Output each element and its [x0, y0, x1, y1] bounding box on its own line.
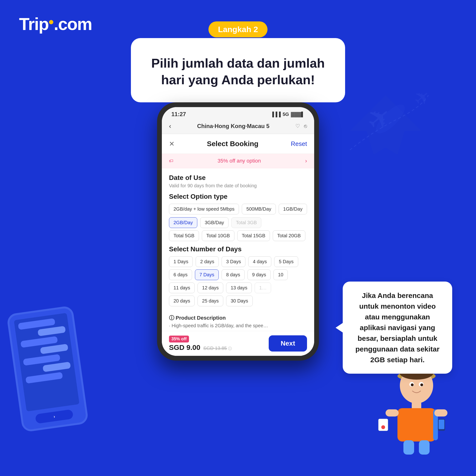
svg-rect-14	[386, 409, 399, 416]
day-btn-4[interactable]: 4 days	[248, 256, 271, 267]
day-btn-25[interactable]: 25 days	[198, 296, 223, 306]
days-grid-4: 20 days 25 days 30 Days	[169, 296, 307, 306]
discount-badge: 35% off	[169, 336, 189, 342]
svg-rect-17	[419, 440, 430, 455]
left-phone-button[interactable]: ›	[35, 409, 73, 424]
network-type: 5G	[283, 112, 289, 117]
nav-title: China·Hong Kong·Macau 5	[197, 123, 270, 130]
svg-point-0	[372, 101, 409, 137]
days-grid-3: 11 days 12 days 13 days 1…	[169, 283, 307, 293]
svg-rect-11	[412, 402, 421, 409]
logo-text: Trip	[19, 14, 49, 34]
hero-card-title: Pilih jumlah data dan jumlah hari yang A…	[150, 55, 326, 88]
svg-rect-12	[397, 408, 436, 442]
option-btn-2gb[interactable]: 2GB/Day	[169, 217, 197, 228]
chat-bubble	[40, 344, 68, 354]
product-desc-section: ⓘ Product Description · High-speed traff…	[162, 314, 314, 331]
modal-reset-button[interactable]: Reset	[291, 140, 307, 148]
day-btn-10[interactable]: 10	[273, 270, 288, 280]
days-grid-2: 6 days 7 Days 8 days 9 days 10	[169, 270, 307, 280]
status-time: 11:27	[171, 111, 186, 118]
speech-bubble: Jika Anda berencana untuk menonton video…	[343, 282, 452, 374]
chat-bubble	[42, 362, 71, 372]
price-main: SGD 9.00	[169, 343, 200, 351]
price-info-icon: ⓘ	[228, 346, 232, 351]
svg-point-9	[411, 383, 414, 386]
option-btn-total3gb: Total 3GB	[231, 217, 261, 228]
svg-point-21	[381, 425, 385, 429]
day-btn-30[interactable]: 30 Days	[226, 296, 253, 306]
select-days-section: Select Number of Days 1 Days 2 days 3 Da…	[169, 245, 307, 306]
day-btn-14[interactable]: 1…	[255, 283, 271, 293]
bottom-bar: 35% off SGD 9.00 SGD 13.85 ⓘ Next	[162, 331, 314, 356]
option-btn-2gb-low[interactable]: 2GB/day + low speed 5Mbps	[169, 204, 239, 214]
phone-mockup: 11:27 ▐▐▐ 5G ▓▓▓▌ ‹ China·Hong Kong·Maca…	[157, 102, 319, 360]
status-icons: ▐▐▐ 5G ▓▓▓▌	[271, 112, 305, 117]
option-btn-3gb[interactable]: 3GB/Day	[200, 217, 228, 228]
option-btn-1gb[interactable]: 1GB/Day	[279, 204, 307, 214]
date-of-use-title: Date of Use	[169, 174, 307, 182]
phone-outer: 11:27 ▐▐▐ 5G ▓▓▓▌ ‹ China·Hong Kong·Maca…	[157, 102, 319, 360]
speech-bubble-text: Jika Anda berencana untuk menonton video…	[355, 291, 439, 364]
option-type-title: Select Option type	[169, 193, 307, 200]
day-btn-13[interactable]: 13 days	[226, 283, 252, 293]
svg-rect-15	[434, 409, 447, 416]
share-icon[interactable]: ⎋	[304, 123, 307, 129]
battery-icon: ▓▓▓▌	[291, 112, 305, 117]
option-type-grid-2: Total 5GB Total 10GB Total 15GB Total 20…	[169, 230, 307, 241]
day-btn-9[interactable]: 9 days	[248, 270, 271, 280]
svg-text:✈: ✈	[360, 99, 399, 138]
svg-point-10	[420, 383, 423, 386]
day-btn-20[interactable]: 20 days	[169, 296, 195, 306]
day-btn-2[interactable]: 2 days	[196, 256, 219, 267]
option-type-grid: 2GB/day + low speed 5Mbps 500MB/Day 1GB/…	[169, 204, 307, 228]
promo-tag-icon: 🏷	[169, 158, 173, 164]
left-decorative-phone: ›	[6, 305, 89, 432]
promo-arrow: ›	[305, 157, 307, 164]
price-section: 35% off SGD 9.00 SGD 13.85 ⓘ	[169, 336, 232, 352]
day-btn-5[interactable]: 5 Days	[274, 256, 298, 267]
heart-icon[interactable]: ♡	[295, 123, 300, 129]
day-btn-1[interactable]: 1 Days	[169, 256, 193, 267]
svg-rect-16	[403, 440, 414, 455]
promo-text: 35% off any option	[218, 158, 261, 164]
option-btn-500mb[interactable]: 500MB/Day	[242, 204, 276, 214]
date-of-use-subtitle: Valid for 90 days from the date of booki…	[169, 183, 307, 188]
logo: Trip .com	[19, 14, 92, 34]
logo-dot	[49, 20, 53, 24]
svg-text:✈: ✈	[409, 85, 433, 111]
step-badge: Langkah 2	[208, 21, 268, 37]
svg-rect-19	[439, 420, 444, 429]
signal-icon: ▐▐▐	[271, 112, 281, 117]
hero-card: Pilih jumlah data dan jumlah hari yang A…	[131, 38, 345, 102]
status-bar: 11:27 ▐▐▐ 5G ▓▓▓▌	[162, 107, 314, 120]
day-btn-7[interactable]: 7 Days	[195, 270, 219, 280]
product-desc-text: · High-speed traffic is 2GB/day, and the…	[169, 323, 307, 328]
select-days-title: Select Number of Days	[169, 245, 307, 253]
price-original: SGD 13.85	[203, 346, 227, 351]
promo-banner[interactable]: 🏷 35% off any option ›	[162, 154, 314, 168]
logo-domain: .com	[54, 14, 92, 34]
option-btn-total15gb[interactable]: Total 15GB	[237, 230, 270, 241]
step-badge-container: Langkah 2	[208, 21, 268, 37]
day-btn-8[interactable]: 8 days	[221, 270, 245, 280]
day-btn-3[interactable]: 3 Days	[221, 256, 245, 267]
option-btn-total10gb[interactable]: Total 10GB	[202, 230, 235, 241]
phone-screen: 11:27 ▐▐▐ 5G ▓▓▓▌ ‹ China·Hong Kong·Maca…	[162, 107, 314, 356]
modal-header: ✕ Select Booking Reset	[162, 134, 314, 154]
product-desc-title: ⓘ Product Description	[169, 314, 307, 322]
left-phone-chat	[14, 313, 80, 412]
next-button[interactable]: Next	[269, 335, 307, 352]
option-btn-total20gb[interactable]: Total 20GB	[273, 230, 305, 241]
date-of-use-section: Date of Use Valid for 90 days from the d…	[169, 174, 307, 188]
modal-close-button[interactable]: ✕	[169, 140, 174, 148]
chat-bubble	[37, 326, 66, 336]
days-grid-1: 1 Days 2 days 3 Days 4 days 5 Days	[169, 256, 307, 267]
day-btn-12[interactable]: 12 days	[198, 283, 223, 293]
back-button[interactable]: ‹	[169, 122, 171, 130]
day-btn-6[interactable]: 6 days	[169, 270, 192, 280]
nav-bar: ‹ China·Hong Kong·Macau 5 ♡ ⎋	[162, 120, 314, 134]
day-btn-11[interactable]: 11 days	[169, 283, 195, 293]
chat-bubble	[25, 372, 63, 384]
option-btn-total5gb[interactable]: Total 5GB	[169, 230, 199, 241]
